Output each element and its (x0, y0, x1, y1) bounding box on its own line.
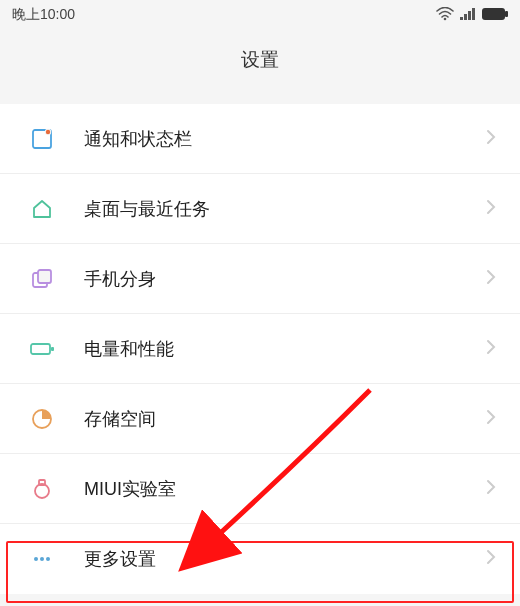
svg-point-19 (46, 557, 50, 561)
row-label: 存储空间 (84, 407, 486, 431)
row-miui-lab[interactable]: MIUI实验室 (0, 454, 520, 524)
row-label: MIUI实验室 (84, 477, 486, 501)
battery-icon (28, 335, 56, 363)
notify-icon (28, 125, 56, 153)
home-icon (28, 195, 56, 223)
svg-point-0 (444, 17, 447, 20)
more-icon (28, 545, 56, 573)
signal-icon (460, 7, 476, 23)
row-storage[interactable]: 存储空间 (0, 384, 520, 454)
chevron-right-icon (486, 479, 496, 499)
chevron-right-icon (486, 549, 496, 569)
wifi-icon (436, 7, 454, 24)
lab-icon (28, 475, 56, 503)
clone-icon (28, 265, 56, 293)
row-desktop-recents[interactable]: 桌面与最近任务 (0, 174, 520, 244)
svg-rect-13 (51, 347, 54, 351)
battery-icon-status (482, 7, 508, 23)
svg-point-9 (46, 129, 50, 133)
chevron-right-icon (486, 409, 496, 429)
row-battery-performance[interactable]: 电量和性能 (0, 314, 520, 384)
row-label: 手机分身 (84, 267, 486, 291)
row-label: 通知和状态栏 (84, 127, 486, 151)
svg-rect-2 (464, 14, 467, 20)
chevron-right-icon (486, 339, 496, 359)
row-second-space[interactable]: 手机分身 (0, 244, 520, 314)
svg-rect-16 (39, 480, 45, 485)
row-label: 更多设置 (84, 547, 486, 571)
chevron-right-icon (486, 199, 496, 219)
chevron-right-icon (486, 269, 496, 289)
svg-rect-12 (31, 344, 50, 354)
storage-icon (28, 405, 56, 433)
status-time: 晚上10:00 (12, 6, 75, 24)
svg-point-18 (40, 557, 44, 561)
svg-rect-5 (482, 8, 505, 20)
svg-point-17 (34, 557, 38, 561)
svg-rect-11 (38, 270, 51, 283)
svg-rect-3 (468, 11, 471, 20)
row-label: 桌面与最近任务 (84, 197, 486, 221)
svg-rect-1 (460, 17, 463, 20)
page-title: 设置 (0, 30, 520, 90)
svg-rect-4 (472, 8, 475, 20)
status-right (436, 7, 508, 24)
row-notifications[interactable]: 通知和状态栏 (0, 104, 520, 174)
status-bar: 晚上10:00 (0, 0, 520, 30)
svg-rect-6 (505, 11, 508, 17)
row-label: 电量和性能 (84, 337, 486, 361)
chevron-right-icon (486, 129, 496, 149)
row-more-settings[interactable]: 更多设置 (0, 524, 520, 594)
svg-point-15 (35, 484, 49, 498)
settings-list: 通知和状态栏 桌面与最近任务 手机分身 电量和性能 (0, 104, 520, 594)
